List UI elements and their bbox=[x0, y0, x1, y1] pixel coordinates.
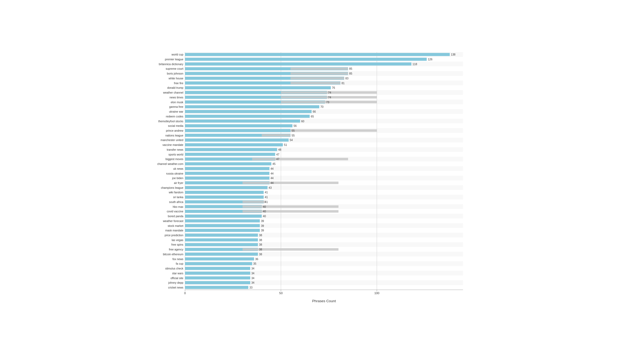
svg-rect-187 bbox=[185, 243, 258, 246]
chart-container: 138world cup126premier league118britanni… bbox=[134, 39, 510, 323]
svg-text:100: 100 bbox=[374, 291, 379, 295]
svg-text:social media: social media bbox=[168, 124, 184, 127]
svg-text:bitcoin ethereum: bitcoin ethereum bbox=[163, 253, 183, 256]
svg-text:45: 45 bbox=[272, 162, 276, 165]
svg-rect-212 bbox=[185, 281, 250, 284]
svg-rect-122 bbox=[185, 148, 277, 151]
svg-rect-178 bbox=[185, 229, 260, 232]
svg-text:34: 34 bbox=[251, 276, 255, 279]
svg-text:41: 41 bbox=[265, 191, 268, 194]
svg-text:hbo max: hbo max bbox=[173, 205, 184, 208]
svg-text:sri lanka: sri lanka bbox=[173, 196, 184, 199]
svg-rect-162 bbox=[243, 205, 338, 208]
svg-text:premier league: premier league bbox=[165, 58, 184, 61]
svg-text:redeem codes: redeem codes bbox=[166, 115, 183, 118]
svg-rect-105 bbox=[185, 124, 292, 127]
svg-rect-108 bbox=[185, 129, 290, 132]
svg-rect-151 bbox=[185, 191, 264, 194]
svg-text:uk news: uk news bbox=[173, 167, 184, 170]
svg-text:55: 55 bbox=[292, 134, 295, 137]
svg-rect-158 bbox=[243, 201, 266, 203]
svg-text:Phrases Count: Phrases Count bbox=[312, 299, 336, 303]
svg-text:65: 65 bbox=[311, 115, 314, 118]
svg-text:weather forecast: weather forecast bbox=[163, 220, 183, 223]
svg-text:55: 55 bbox=[292, 129, 295, 132]
svg-rect-96 bbox=[185, 110, 312, 113]
svg-text:126: 126 bbox=[428, 58, 432, 61]
svg-text:38: 38 bbox=[259, 243, 262, 246]
svg-text:76: 76 bbox=[332, 86, 335, 89]
svg-rect-203 bbox=[185, 267, 250, 270]
svg-rect-191 bbox=[243, 248, 338, 250]
svg-rect-93 bbox=[185, 105, 319, 108]
svg-text:47: 47 bbox=[276, 158, 280, 161]
svg-rect-78 bbox=[185, 86, 331, 89]
svg-text:air fryer: air fryer bbox=[174, 182, 183, 184]
svg-rect-75 bbox=[291, 82, 341, 84]
svg-text:boris johnson: boris johnson bbox=[167, 72, 184, 75]
svg-text:weather channel: weather channel bbox=[163, 91, 184, 94]
svg-text:40: 40 bbox=[263, 215, 266, 218]
svg-text:las vegas: las vegas bbox=[172, 239, 184, 242]
svg-rect-116 bbox=[185, 138, 288, 142]
svg-rect-181 bbox=[185, 234, 258, 237]
svg-text:39: 39 bbox=[261, 224, 264, 227]
svg-text:channel weather.com: channel weather.com bbox=[157, 162, 183, 165]
svg-text:85: 85 bbox=[349, 67, 352, 70]
svg-rect-67 bbox=[291, 72, 348, 75]
svg-rect-209 bbox=[185, 276, 250, 280]
svg-text:74: 74 bbox=[328, 91, 331, 94]
svg-rect-132 bbox=[185, 162, 271, 165]
svg-text:44: 44 bbox=[270, 167, 274, 170]
svg-text:41: 41 bbox=[265, 196, 268, 199]
svg-rect-135 bbox=[185, 167, 269, 170]
svg-text:supreme court: supreme court bbox=[166, 67, 183, 70]
svg-text:transfer news: transfer news bbox=[167, 148, 183, 151]
svg-rect-200 bbox=[185, 262, 252, 265]
svg-rect-184 bbox=[185, 238, 258, 242]
svg-text:garena free: garena free bbox=[169, 105, 184, 108]
svg-text:russia ukraine: russia ukraine bbox=[166, 172, 183, 175]
main-chart: 138world cup126premier league118britanni… bbox=[145, 49, 504, 304]
svg-text:44: 44 bbox=[270, 177, 274, 180]
svg-text:33: 33 bbox=[250, 286, 253, 289]
svg-text:donald trump: donald trump bbox=[167, 86, 183, 89]
svg-rect-125 bbox=[185, 153, 275, 156]
svg-text:price prediction: price prediction bbox=[164, 234, 183, 237]
svg-text:34: 34 bbox=[251, 281, 255, 284]
svg-text:70: 70 bbox=[320, 105, 324, 108]
svg-text:38: 38 bbox=[259, 253, 262, 256]
svg-text:38: 38 bbox=[259, 239, 262, 242]
svg-text:nations league: nations league bbox=[165, 134, 183, 137]
svg-text:40: 40 bbox=[263, 210, 266, 213]
svg-rect-141 bbox=[185, 176, 269, 180]
svg-text:stock market: stock market bbox=[168, 224, 184, 227]
svg-text:themotleyfool stocks: themotleyfool stocks bbox=[158, 120, 183, 123]
svg-text:38: 38 bbox=[259, 248, 262, 251]
svg-text:56: 56 bbox=[294, 124, 297, 127]
svg-text:34: 34 bbox=[251, 272, 255, 275]
svg-rect-148 bbox=[185, 186, 267, 189]
svg-rect-172 bbox=[185, 219, 260, 223]
svg-text:official site: official site bbox=[170, 276, 183, 279]
svg-rect-197 bbox=[185, 257, 254, 261]
svg-text:51: 51 bbox=[284, 143, 287, 146]
svg-text:54: 54 bbox=[290, 139, 293, 142]
svg-text:britannica dictionary: britannica dictionary bbox=[159, 63, 184, 66]
svg-text:138: 138 bbox=[451, 53, 455, 56]
svg-text:85: 85 bbox=[349, 72, 352, 75]
svg-rect-59 bbox=[185, 62, 411, 66]
svg-rect-53 bbox=[185, 53, 450, 56]
svg-rect-113 bbox=[262, 134, 290, 136]
svg-rect-102 bbox=[185, 119, 300, 123]
svg-rect-166 bbox=[243, 210, 338, 212]
svg-text:stimulus check: stimulus check bbox=[165, 267, 184, 270]
svg-rect-63 bbox=[291, 68, 348, 70]
svg-text:44: 44 bbox=[270, 182, 274, 184]
svg-rect-71 bbox=[291, 77, 344, 79]
svg-rect-56 bbox=[185, 58, 427, 61]
y-axis-label bbox=[140, 49, 145, 305]
svg-text:35: 35 bbox=[253, 262, 257, 265]
svg-text:47: 47 bbox=[276, 153, 280, 156]
svg-text:white house: white house bbox=[168, 77, 183, 80]
